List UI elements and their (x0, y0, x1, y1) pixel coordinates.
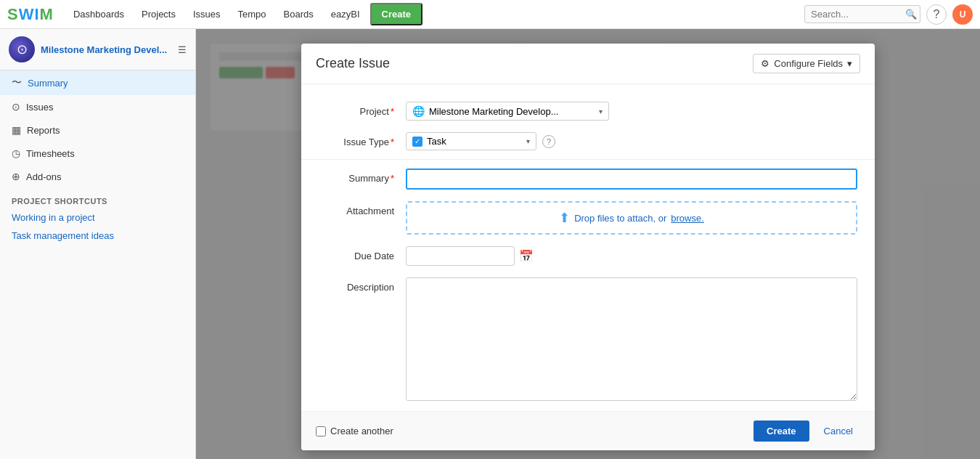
logo-s: S (7, 5, 19, 23)
sidebar: ⊙ Milestone Marketing Devel... ☰ 〜 Summa… (0, 29, 196, 459)
sidebar-project-name: Milestone Marketing Devel... (41, 44, 167, 55)
modal-footer: Create another Create Cancel (301, 411, 875, 450)
attachment-field-row: Attachment ⬆ Drop files to attach, or br… (301, 195, 875, 240)
summary-icon: 〜 (12, 76, 22, 89)
calendar-icon[interactable]: 📅 (519, 249, 534, 263)
due-date-input[interactable] (406, 246, 515, 266)
create-issue-modal: Create Issue ⚙ Configure Fields ▾ Projec… (301, 44, 875, 450)
create-submit-button[interactable]: Create (754, 421, 809, 442)
logo[interactable]: SWIM (7, 5, 54, 24)
issue-type-select[interactable]: ✓ Task ▾ (406, 132, 536, 150)
sidebar-item-issues[interactable]: ⊙ Issues (0, 95, 195, 118)
project-select[interactable]: 🌐 Milestone Marketing Develop... ▾ (406, 102, 609, 121)
modal-body[interactable]: Project* 🌐 Milestone Marketing Develop..… (301, 84, 875, 411)
reports-icon: ▦ (12, 124, 21, 136)
description-textarea[interactable] (406, 277, 857, 401)
sidebar-item-addons-label: Add-ons (26, 171, 61, 182)
shortcuts-section-title: PROJECT SHORTCUTS (0, 188, 195, 208)
help-button[interactable]: ? (926, 4, 947, 25)
nav-issues[interactable]: Issues (184, 0, 229, 29)
attachment-control: ⬆ Drop files to attach, or browse. (406, 201, 857, 235)
due-date-control: 📅 (406, 246, 857, 266)
project-value: Milestone Marketing Develop... (429, 106, 558, 117)
modal-overlay: Create Issue ⚙ Configure Fields ▾ Projec… (196, 29, 980, 459)
content-area: Create Issue ⚙ Configure Fields ▾ Projec… (196, 29, 980, 459)
nav-eazybi[interactable]: eazyBI (322, 0, 369, 29)
sidebar-header: ⊙ Milestone Marketing Devel... ☰ (0, 29, 195, 70)
nav-boards[interactable]: Boards (275, 0, 322, 29)
attachment-dropzone[interactable]: ⬆ Drop files to attach, or browse. (406, 201, 857, 235)
description-label: Description (319, 277, 406, 293)
issues-icon: ⊙ (12, 101, 20, 113)
search-box[interactable]: 🔍 (804, 5, 920, 23)
sidebar-item-reports-label: Reports (27, 125, 60, 136)
task-checkbox-icon: ✓ (412, 137, 422, 147)
sidebar-menu-icon[interactable]: ☰ (178, 44, 187, 55)
issue-type-control: ✓ Task ▾ ? (406, 132, 857, 150)
logo-i: I (34, 5, 39, 23)
attachment-label: Attachment (319, 201, 406, 216)
project-required: * (391, 106, 394, 117)
date-wrap: 📅 (406, 246, 857, 266)
search-input[interactable] (811, 9, 905, 20)
issue-type-required: * (391, 137, 394, 147)
attachment-browse-link[interactable]: browse. (671, 213, 704, 224)
due-date-field-row: Due Date 📅 (301, 240, 875, 272)
upload-icon: ⬆ (559, 210, 570, 226)
top-navigation: SWIM Dashboards Projects Issues Tempo Bo… (0, 0, 980, 29)
configure-fields-button[interactable]: ⚙ Configure Fields ▾ (753, 54, 860, 73)
main-layout: ⊙ Milestone Marketing Devel... ☰ 〜 Summa… (0, 29, 980, 459)
modal-header: Create Issue ⚙ Configure Fields ▾ (301, 44, 875, 84)
create-another-checkbox[interactable] (316, 426, 326, 436)
nav-dashboards[interactable]: Dashboards (65, 0, 133, 29)
summary-input[interactable] (406, 168, 857, 190)
configure-fields-label: Configure Fields (774, 58, 843, 69)
sidebar-item-timesheets-label: Timesheets (26, 148, 75, 159)
cancel-button[interactable]: Cancel (817, 421, 860, 442)
shortcut-working-in-project[interactable]: Working in a project (0, 208, 195, 227)
create-another-label[interactable]: Create another (330, 426, 393, 436)
summary-field-row: Summary* (301, 163, 875, 195)
description-control (406, 277, 857, 403)
sidebar-item-timesheets[interactable]: ◷ Timesheets (0, 142, 195, 165)
project-icon: ⊙ (9, 36, 35, 62)
shortcut-task-management[interactable]: Task management ideas (0, 227, 195, 245)
project-field-row: Project* 🌐 Milestone Marketing Develop..… (301, 96, 875, 126)
globe-icon: 🌐 (412, 105, 425, 117)
logo-m: M (40, 5, 54, 23)
logo-w: W (19, 5, 35, 23)
issue-type-label: Issue Type* (319, 132, 406, 147)
nav-right: 🔍 ? U (804, 4, 973, 25)
sidebar-item-addons[interactable]: ⊕ Add-ons (0, 165, 195, 188)
create-button[interactable]: Create (370, 3, 422, 25)
issue-type-caret-icon: ▾ (526, 137, 530, 145)
modal-title: Create Issue (316, 56, 390, 71)
issue-type-field-row: Issue Type* ✓ Task ▾ ? (301, 126, 875, 156)
search-icon: 🔍 (905, 9, 917, 20)
project-control: 🌐 Milestone Marketing Develop... ▾ (406, 102, 857, 121)
summary-label: Summary* (319, 168, 406, 184)
nav-projects[interactable]: Projects (133, 0, 184, 29)
project-caret-icon: ▾ (599, 107, 603, 115)
sidebar-item-issues-label: Issues (26, 102, 54, 113)
issue-type-help-icon[interactable]: ? (542, 135, 555, 148)
gear-icon: ⚙ (761, 58, 769, 69)
project-label: Project* (319, 102, 406, 117)
timesheets-icon: ◷ (12, 147, 20, 159)
addons-icon: ⊕ (12, 171, 20, 182)
summary-control (406, 168, 857, 190)
sidebar-item-summary-label: Summary (28, 78, 68, 89)
create-another-wrap: Create another (316, 426, 393, 436)
issue-type-wrap: ✓ Task ▾ ? (406, 132, 857, 150)
configure-dropdown-icon: ▾ (847, 58, 852, 69)
description-field-row: Description (301, 272, 875, 409)
attachment-text: Drop files to attach, or (574, 213, 666, 224)
sidebar-item-reports[interactable]: ▦ Reports (0, 118, 195, 142)
due-date-label: Due Date (319, 246, 406, 261)
summary-required: * (391, 173, 394, 184)
issue-type-value: Task (427, 136, 446, 147)
nav-tempo[interactable]: Tempo (229, 0, 275, 29)
user-avatar[interactable]: U (952, 4, 973, 25)
sidebar-item-summary[interactable]: 〜 Summary (0, 70, 195, 95)
separator (301, 159, 875, 160)
